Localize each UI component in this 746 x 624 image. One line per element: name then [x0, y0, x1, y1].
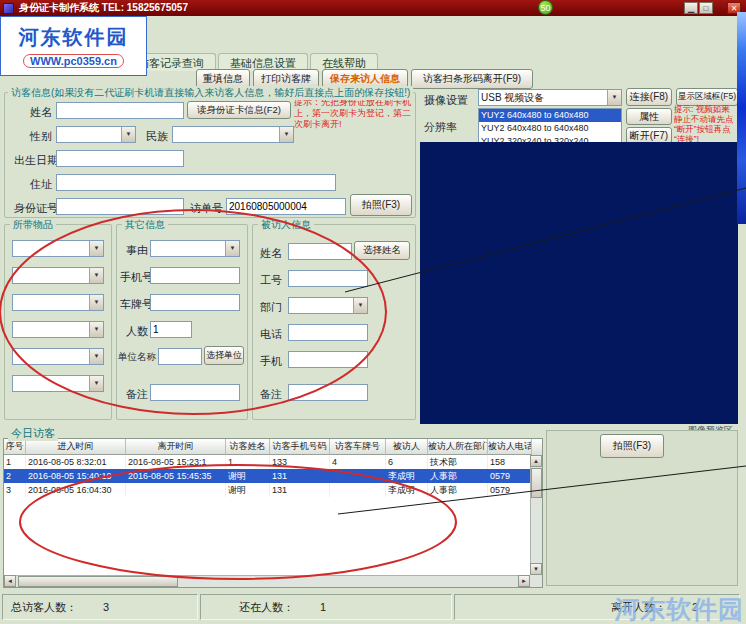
table-cell: 2016-08-05 16:04:30 — [26, 483, 126, 497]
resolution-option[interactable]: YUY2 640x480 to 640x480 — [479, 122, 621, 135]
photo-button-top[interactable]: 拍照(F3) — [350, 194, 412, 216]
plate-input[interactable] — [150, 294, 240, 311]
address-input[interactable] — [56, 174, 336, 191]
phone-input[interactable] — [288, 324, 368, 341]
scan-barcode-leave-button[interactable]: 访客扫条形码离开(F9) — [411, 69, 533, 89]
table-cell: 2016-08-05 15:40:19 — [26, 469, 126, 483]
camera-hint: 提示: 视频如果静止不动请先点“断开”按钮再点“连接”! — [674, 104, 738, 144]
table-row[interactable]: 3 2016-08-05 16:04:30 谢明 131 李成明 人事部 057… — [4, 483, 542, 497]
scroll-up-icon[interactable]: ▲ — [530, 455, 542, 467]
interviewee-remark-input[interactable] — [288, 384, 368, 401]
camera-device-select[interactable]: USB 视频设备 ▼ — [478, 89, 622, 106]
chevron-down-icon: ▼ — [89, 349, 103, 364]
name-label: 姓名 — [30, 105, 52, 120]
company-input[interactable] — [158, 348, 202, 365]
other-remark-input[interactable] — [150, 384, 240, 401]
carried-item-select-3[interactable]: ▼ — [12, 294, 104, 311]
col-header[interactable]: 进入时间 — [26, 439, 126, 455]
visit-no-label: 访单号 — [190, 201, 223, 216]
select-name-button[interactable]: 选择姓名 — [354, 241, 410, 260]
mobile-label: 手机号 — [120, 270, 153, 285]
company-label: 单位名称 — [118, 351, 156, 364]
table-cell: 谢明 — [226, 483, 270, 497]
carried-item-select-5[interactable]: ▼ — [12, 348, 104, 365]
interviewee-mobile-label: 手机 — [260, 354, 282, 369]
resolution-option[interactable]: YUY2 640x480 to 640x480 — [479, 109, 621, 122]
name-input[interactable] — [56, 102, 184, 119]
table-cell: 李成明 — [386, 483, 428, 497]
phone-label: 电话 — [260, 327, 282, 342]
carried-item-select-1[interactable]: ▼ — [12, 240, 104, 257]
minimize-button[interactable]: ▁ — [684, 2, 698, 14]
col-header[interactable]: 被访人电话 — [488, 439, 532, 455]
table-cell: 1 — [4, 455, 26, 469]
nation-select[interactable]: ▼ — [172, 126, 294, 143]
connect-button[interactable]: 连接(F8) — [626, 88, 672, 106]
camera-settings-label: 摄像设置 — [424, 93, 468, 108]
vertical-scrollbar[interactable]: ▲ ▼ — [530, 455, 542, 575]
today-visitors-table[interactable]: 序号 进入时间 离开时间 访客姓名 访客手机号码 访客车牌号 被访人 被访人所在… — [3, 438, 543, 588]
col-header[interactable]: 访客姓名 — [226, 439, 270, 455]
col-header[interactable]: 离开时间 — [126, 439, 226, 455]
col-header[interactable]: 访客车牌号 — [330, 439, 386, 455]
table-cell: 1 — [226, 455, 270, 469]
scrollbar-thumb[interactable] — [531, 468, 542, 498]
birth-label: 出生日期 — [14, 153, 58, 168]
select-company-button[interactable]: 选择单位 — [204, 346, 244, 365]
site-watermark-bottom: 河东软件园 — [614, 593, 744, 624]
table-cell — [126, 483, 226, 497]
table-cell: 158 — [488, 455, 532, 469]
table-row-selected[interactable]: 2 2016-08-05 15:40:19 2016-08-05 15:45:3… — [4, 469, 542, 483]
interviewee-name-input[interactable] — [288, 243, 352, 260]
table-row[interactable]: 1 2016-08-05 8:32:01 2016-08-05 15:23:1 … — [4, 455, 542, 469]
read-id-card-button[interactable]: 读身份证卡信息(F2) — [187, 101, 291, 119]
gender-select[interactable]: ▼ — [56, 126, 136, 143]
count-input[interactable] — [150, 321, 192, 338]
col-header[interactable]: 被访人 — [386, 439, 428, 455]
resolution-label: 分辨率 — [424, 120, 457, 135]
photo-button-bottom[interactable]: 拍照(F3) — [600, 434, 664, 458]
table-cell: 李成明 — [386, 469, 428, 483]
col-header[interactable]: 被访人所在部门 — [428, 439, 488, 455]
dept-label: 部门 — [260, 300, 282, 315]
chevron-down-icon: ▼ — [121, 127, 135, 142]
carried-item-select-6[interactable]: ▼ — [12, 375, 104, 392]
title-bar: 身份证卡制作系统 TEL: 15825675057 — [0, 0, 746, 16]
site-name: 河东软件园 — [19, 24, 129, 51]
maximize-button[interactable]: □ — [699, 2, 713, 14]
id-number-input[interactable] — [56, 198, 184, 215]
scroll-down-icon[interactable]: ▼ — [530, 563, 542, 575]
address-label: 住址 — [30, 177, 52, 192]
carried-item-select-4[interactable]: ▼ — [12, 321, 104, 338]
interviewee-mobile-input[interactable] — [288, 351, 368, 368]
chevron-down-icon: ▼ — [89, 322, 103, 337]
scroll-left-icon[interactable]: ◄ — [4, 575, 16, 587]
dept-select[interactable]: ▼ — [288, 297, 368, 314]
table-cell: 2016-08-05 8:32:01 — [26, 455, 126, 469]
horizontal-scrollbar[interactable]: ◄ ► — [4, 575, 530, 587]
carried-item-select-2[interactable]: ▼ — [12, 267, 104, 284]
chevron-down-icon: ▼ — [353, 298, 367, 313]
scrollbar-thumb[interactable] — [18, 576, 178, 587]
count-label: 人数 — [126, 324, 148, 339]
table-cell: 0579 — [488, 483, 532, 497]
table-cell: 6 — [386, 455, 428, 469]
reason-select[interactable]: ▼ — [150, 240, 240, 257]
chevron-down-icon: ▼ — [607, 90, 621, 105]
birth-input[interactable] — [56, 150, 184, 167]
visit-no-input[interactable] — [226, 198, 346, 215]
table-cell: 2016-08-05 15:45:35 — [126, 469, 226, 483]
scroll-right-icon[interactable]: ► — [518, 575, 530, 587]
col-header[interactable]: 序号 — [4, 439, 26, 455]
properties-button[interactable]: 属性 — [626, 108, 672, 125]
table-cell: 0579 — [488, 469, 532, 483]
carried-items-title: 所带物品 — [10, 218, 56, 232]
chevron-down-icon: ▼ — [89, 241, 103, 256]
table-cell: 人事部 — [428, 469, 488, 483]
job-no-input[interactable] — [288, 270, 368, 287]
chevron-down-icon: ▼ — [89, 295, 103, 310]
mobile-input[interactable] — [150, 267, 240, 284]
col-header[interactable]: 访客手机号码 — [270, 439, 330, 455]
table-cell: 技术部 — [428, 455, 488, 469]
chevron-down-icon: ▼ — [89, 268, 103, 283]
